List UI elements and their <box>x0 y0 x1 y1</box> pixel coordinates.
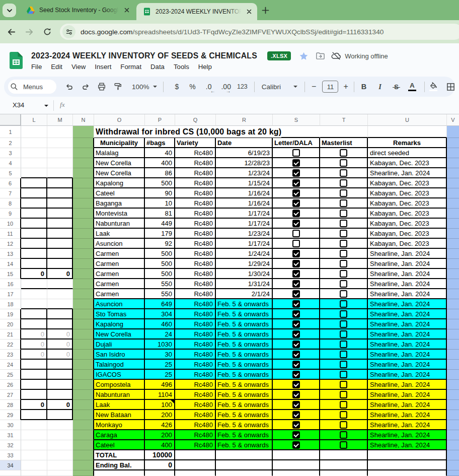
row-header-10[interactable]: 10 <box>0 219 21 229</box>
cell-L20[interactable] <box>21 319 47 329</box>
cell-N17[interactable] <box>73 289 94 299</box>
cell-U5[interactable]: Shearline, Jan. 2024 <box>368 168 447 178</box>
letter-dala-checkbox-row31[interactable] <box>292 431 300 439</box>
row-header-25[interactable]: 25 <box>0 370 21 380</box>
cell-P31[interactable]: 200 <box>145 430 175 440</box>
column-header-U[interactable]: U <box>368 114 447 126</box>
cell-O15[interactable]: Carmen <box>94 269 145 279</box>
cell-L31[interactable] <box>21 430 47 440</box>
cell-N24[interactable] <box>73 360 94 370</box>
cell-O23[interactable]: San Isidro <box>94 350 145 360</box>
cell-P34[interactable]: 0 <box>145 460 175 470</box>
cell-V23[interactable] <box>447 350 459 360</box>
cell-N30[interactable] <box>73 420 94 430</box>
cell-V16[interactable] <box>447 279 459 289</box>
cell-U32[interactable]: Shearline, Jan. 2024 <box>368 440 447 450</box>
column-header-Q[interactable]: Q <box>175 114 216 126</box>
letter-dala-checkbox-row12[interactable] <box>292 240 300 247</box>
cell-M35[interactable] <box>47 470 73 476</box>
cell-R7[interactable]: 1/16/24 <box>216 188 273 198</box>
row-header-20[interactable]: 20 <box>0 319 21 329</box>
cell-N12[interactable] <box>73 239 94 249</box>
cell-U18[interactable]: Shearline, Jan. 2024 <box>368 299 447 309</box>
menu-data[interactable]: Data <box>150 63 165 74</box>
menu-tools[interactable]: Tools <box>174 63 189 74</box>
cell-P6[interactable]: 500 <box>145 178 175 188</box>
row-header-32[interactable]: 32 <box>0 440 21 450</box>
masterlist-checkbox-row11[interactable] <box>340 230 347 237</box>
cell-L6[interactable] <box>21 178 47 188</box>
cell-S8[interactable] <box>273 198 320 209</box>
letter-dala-checkbox-row26[interactable] <box>292 381 300 388</box>
cell-T12[interactable] <box>320 239 368 249</box>
cell-N23[interactable] <box>73 350 94 360</box>
cell-Q30[interactable]: Rc480 <box>175 420 216 430</box>
reload-button[interactable] <box>41 26 53 38</box>
cell-N2[interactable] <box>73 138 94 148</box>
cell-U33[interactable] <box>368 450 447 460</box>
print-button[interactable] <box>96 81 108 93</box>
cell-S30[interactable] <box>273 420 320 430</box>
cell-U17[interactable]: Shearline, Jan. 2024 <box>368 289 447 299</box>
cell-O35[interactable] <box>94 470 145 476</box>
cell-M17[interactable] <box>47 289 73 299</box>
cell-R21[interactable]: Feb. 5 & onwards <box>216 329 273 339</box>
cell-T23[interactable] <box>320 350 368 360</box>
cell-T8[interactable] <box>320 198 368 209</box>
cell-R10[interactable]: 1/17/24 <box>216 219 273 229</box>
cell-T6[interactable] <box>320 178 368 188</box>
cell-U8[interactable]: Kabayan, Dec. 2023 <box>368 198 447 209</box>
cell-S25[interactable] <box>273 370 320 380</box>
cell-S35[interactable] <box>273 470 320 476</box>
cell-L15[interactable]: 0 <box>21 269 47 279</box>
cell-Q24[interactable]: Rc480 <box>175 360 216 370</box>
cell-S18[interactable] <box>273 299 320 309</box>
cell-O22[interactable]: Dujali <box>94 339 145 350</box>
cell-Q14[interactable]: Rc480 <box>175 259 216 269</box>
cell-L1[interactable] <box>21 126 47 138</box>
cell-M19[interactable] <box>47 309 73 319</box>
cell-V35[interactable] <box>447 470 459 476</box>
cell-Q11[interactable]: Rc480 <box>175 229 216 239</box>
row-header-8[interactable]: 8 <box>0 198 21 209</box>
cell-O20[interactable]: Kapalong <box>94 319 145 329</box>
cell-Q32[interactable]: Rc480 <box>175 440 216 450</box>
cell-M1[interactable] <box>47 126 73 138</box>
offline-status-button[interactable] <box>331 51 341 61</box>
cell-P21[interactable]: 24 <box>145 329 175 339</box>
letter-dala-checkbox-row4[interactable] <box>292 159 300 167</box>
row-header-13[interactable]: 13 <box>0 249 21 259</box>
cell-S34[interactable] <box>273 460 320 470</box>
letter-dala-checkbox-row15[interactable] <box>292 270 300 278</box>
menus-search-button[interactable]: Menus <box>8 80 56 94</box>
cell-P10[interactable]: 449 <box>145 219 175 229</box>
cell-T7[interactable] <box>320 188 368 198</box>
row-header-29[interactable]: 29 <box>0 410 21 420</box>
cell-U16[interactable]: Shearline, Jan. 2024 <box>368 279 447 289</box>
cell-R20[interactable]: Feb. 5 & onwards <box>216 319 273 329</box>
cell-L4[interactable] <box>21 158 47 168</box>
cell-P32[interactable]: 400 <box>145 440 175 450</box>
letter-dala-checkbox-row14[interactable] <box>292 260 300 267</box>
cell-O17[interactable]: Carmen <box>94 289 145 299</box>
row-header-2[interactable]: 2 <box>0 138 21 148</box>
letter-dala-checkbox-row11[interactable] <box>292 230 300 237</box>
row-header-22[interactable]: 22 <box>0 339 21 350</box>
column-header-S[interactable]: S <box>273 114 320 126</box>
cell-P28[interactable]: 100 <box>145 400 175 410</box>
row-header-28[interactable]: 28 <box>0 400 21 410</box>
row-header-11[interactable]: 11 <box>0 229 21 239</box>
cell-L19[interactable] <box>21 309 47 319</box>
cell-M22[interactable]: 0 <box>47 339 73 350</box>
column-header-T[interactable]: T <box>320 114 368 126</box>
cell-U23[interactable]: Shearline, Jan. 2024 <box>368 350 447 360</box>
document-title[interactable]: 2023-2024 WEEKLY INVENTORY OF SEEDS & CH… <box>31 51 257 60</box>
cell-R18[interactable]: Feb. 5 & onwards <box>216 299 273 309</box>
letter-dala-checkbox-row27[interactable] <box>292 391 300 398</box>
cell-L26[interactable] <box>21 380 47 390</box>
increase-font-size-button[interactable]: + <box>343 82 348 91</box>
cell-N28[interactable] <box>73 400 94 410</box>
cell-N5[interactable] <box>73 168 94 178</box>
cell-N31[interactable] <box>73 430 94 440</box>
cell-M8[interactable] <box>47 198 73 209</box>
